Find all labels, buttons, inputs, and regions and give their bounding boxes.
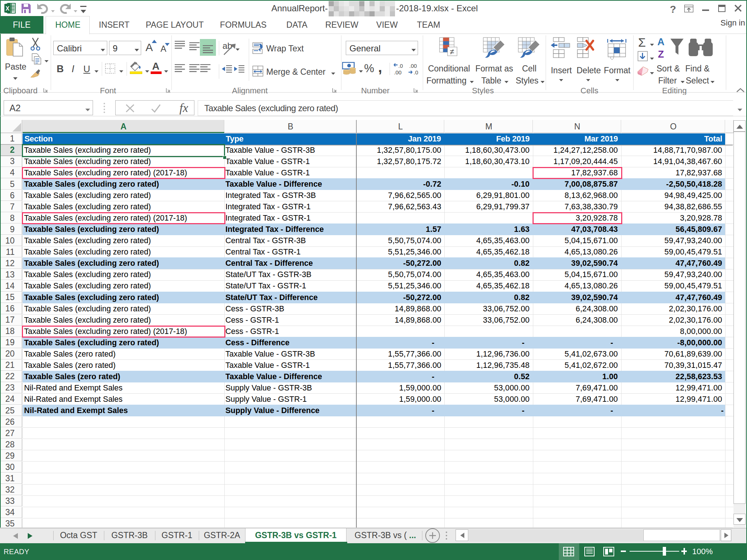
svg-text:X: X — [5, 5, 9, 12]
svg-text:ab: ab — [222, 41, 232, 51]
svg-text:≠: ≠ — [450, 47, 454, 56]
